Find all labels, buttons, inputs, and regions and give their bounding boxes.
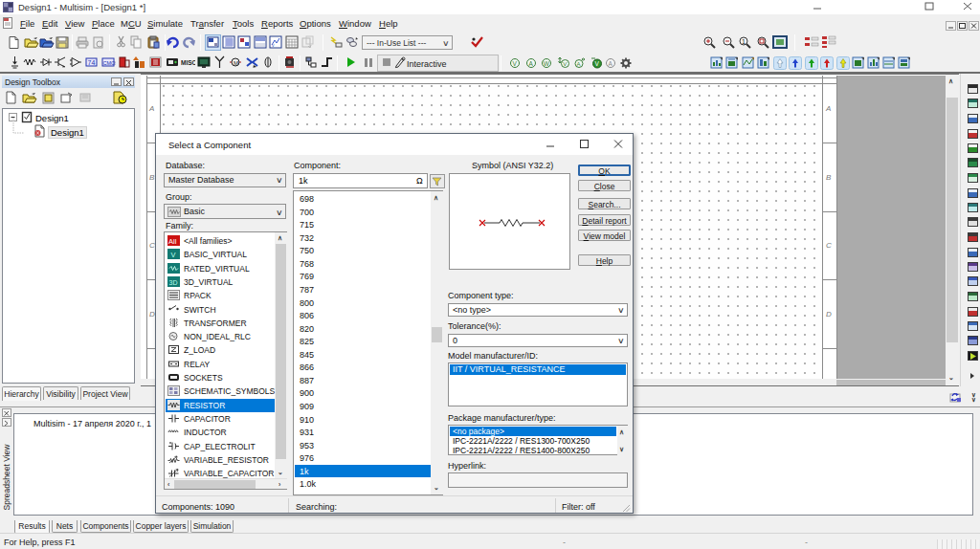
svg-text:A: A xyxy=(609,60,613,67)
svg-text:1: 1 xyxy=(742,38,746,45)
svg-text:A: A xyxy=(577,61,581,67)
svg-text:W: W xyxy=(544,60,550,67)
svg-text:A: A xyxy=(529,60,534,67)
svg-text:V: V xyxy=(595,60,600,67)
svg-text:V: V xyxy=(513,60,518,67)
svg-text:All: All xyxy=(168,237,177,246)
svg-text:V: V xyxy=(171,251,176,259)
svg-text:3D: 3D xyxy=(169,279,178,286)
svg-text:M: M xyxy=(234,60,238,66)
svg-text:CMOS: CMOS xyxy=(103,60,117,66)
svg-text:74: 74 xyxy=(88,59,96,66)
svg-text:MISC: MISC xyxy=(181,59,195,66)
svg-text:V: V xyxy=(563,61,567,67)
